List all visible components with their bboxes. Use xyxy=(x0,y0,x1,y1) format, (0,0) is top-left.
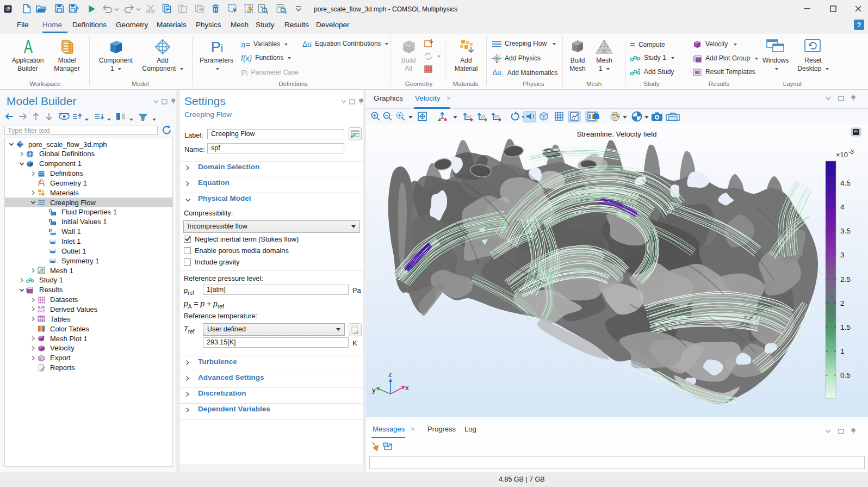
svg-text:3: 3 xyxy=(840,251,845,259)
svg-text:0.5: 0.5 xyxy=(840,371,851,379)
svg-text:x: x xyxy=(405,384,409,392)
svg-text:y: y xyxy=(372,386,376,394)
svg-text:4: 4 xyxy=(840,203,845,211)
svg-text:xz: xz xyxy=(494,113,500,119)
svg-text:4.5: 4.5 xyxy=(840,179,851,187)
svg-text:-3: -3 xyxy=(849,149,854,155)
svg-text:xy: xy xyxy=(466,113,472,119)
svg-text:1.5: 1.5 xyxy=(840,323,851,331)
svg-text:2: 2 xyxy=(840,299,845,307)
svg-text:Streamline: Velocity field: Streamline: Velocity field xyxy=(576,130,656,138)
svg-text:3.5: 3.5 xyxy=(840,227,851,235)
svg-text:×10: ×10 xyxy=(836,151,848,159)
svg-text:z: z xyxy=(388,370,392,378)
svg-text:1: 1 xyxy=(840,347,845,355)
svg-text:yz: yz xyxy=(480,113,486,119)
svg-text:2.5: 2.5 xyxy=(840,275,851,283)
